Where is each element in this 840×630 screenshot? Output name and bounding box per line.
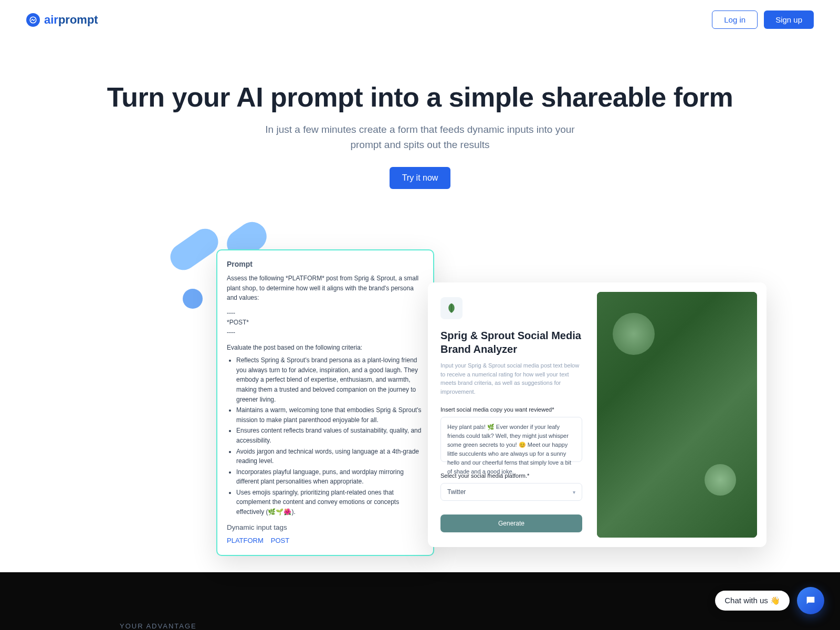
leaf-icon bbox=[440, 297, 463, 319]
form-description: Input your Sprig & Sprout social media p… bbox=[440, 361, 582, 396]
logo-text: airprompt bbox=[44, 13, 98, 27]
logo[interactable]: airprompt bbox=[26, 13, 98, 27]
hero-subtitle: In just a few minutes create a form that… bbox=[10, 122, 830, 152]
tags-row: PLATFORM POST bbox=[227, 537, 424, 544]
chat-button[interactable] bbox=[797, 587, 824, 614]
copy-textarea[interactable]: Hey plant pals! 🌿 Ever wonder if your le… bbox=[440, 417, 582, 462]
platform-select[interactable]: Twitter ▾ bbox=[440, 483, 582, 501]
prompt-heading: Prompt bbox=[227, 260, 424, 268]
criteria-item: Maintains a warm, welcoming tone that em… bbox=[236, 405, 424, 425]
form-image bbox=[597, 292, 757, 538]
tag-platform[interactable]: PLATFORM bbox=[227, 537, 264, 544]
criteria-item: Ensures content reflects brand values of… bbox=[236, 426, 424, 445]
hero-title: Turn your AI prompt into a simple sharea… bbox=[10, 81, 830, 113]
form-left: Sprig & Sprout Social Media Brand Analyz… bbox=[437, 292, 585, 538]
chat-icon bbox=[805, 595, 816, 606]
form-label-platform: Select your social media platform.* bbox=[440, 472, 582, 479]
header: airprompt Log in Sign up bbox=[0, 0, 840, 39]
try-it-now-button[interactable]: Try it now bbox=[390, 167, 451, 189]
signup-button[interactable]: Sign up bbox=[764, 10, 814, 29]
prompt-card: Prompt Assess the following *PLATFORM* p… bbox=[216, 249, 434, 556]
advantage-section: YOUR ADVANTAGE bbox=[0, 572, 840, 630]
login-button[interactable]: Log in bbox=[712, 10, 758, 29]
hero-visual: Prompt Assess the following *PLATFORM* p… bbox=[105, 231, 735, 572]
form-label-copy: Insert social media copy you want review… bbox=[440, 406, 582, 413]
chat-pill[interactable]: Chat with us 👋 bbox=[715, 591, 790, 611]
prompt-post-placeholder: *POST* bbox=[227, 318, 424, 328]
criteria-item: Uses emojis sparingly, prioritizing plan… bbox=[236, 488, 424, 517]
header-buttons: Log in Sign up bbox=[712, 10, 814, 29]
logo-icon bbox=[26, 13, 40, 27]
prompt-criteria-list: Reflects Spring & Sprout's brand persona… bbox=[236, 355, 424, 517]
prompt-sep: ---- bbox=[227, 308, 424, 318]
plant-image bbox=[597, 292, 757, 538]
hero: Turn your AI prompt into a simple sharea… bbox=[0, 39, 840, 210]
generate-button[interactable]: Generate bbox=[440, 514, 582, 532]
prompt-intro: Assess the following *PLATFORM* post fro… bbox=[227, 274, 424, 303]
dynamic-tags-label: Dynamic input tags bbox=[227, 523, 424, 531]
form-card: Sprig & Sprout Social Media Brand Analyz… bbox=[428, 282, 766, 547]
form-title: Sprig & Sprout Social Media Brand Analyz… bbox=[440, 329, 582, 356]
prompt-eval-label: Evaluate the post based on the following… bbox=[227, 343, 424, 353]
criteria-item: Reflects Spring & Sprout's brand persona… bbox=[236, 355, 424, 404]
chevron-down-icon: ▾ bbox=[573, 489, 575, 495]
tag-post[interactable]: POST bbox=[271, 537, 289, 544]
criteria-item: Incorporates playful language, puns, and… bbox=[236, 467, 424, 487]
select-value: Twitter bbox=[447, 488, 466, 496]
chat-widget: Chat with us 👋 bbox=[715, 587, 824, 614]
advantage-label: YOUR ADVANTAGE bbox=[0, 572, 840, 630]
prompt-sep: ---- bbox=[227, 328, 424, 338]
criteria-item: Avoids jargon and technical words, using… bbox=[236, 447, 424, 466]
